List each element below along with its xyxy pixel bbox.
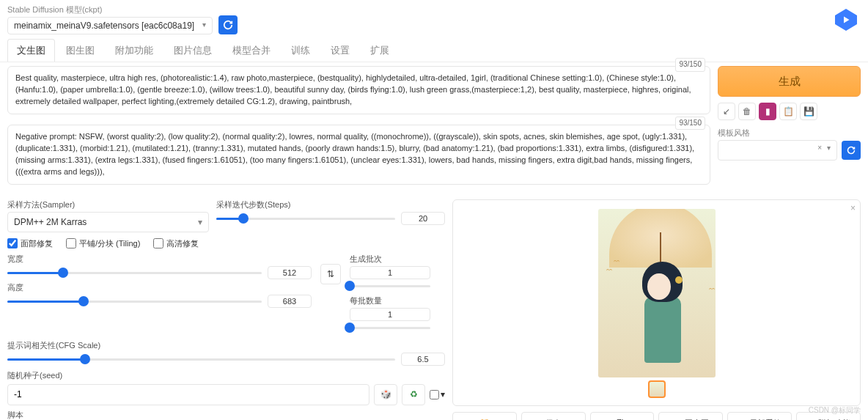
- trash-icon[interactable]: 🗑: [738, 103, 756, 120]
- style-select[interactable]: ×: [718, 140, 837, 161]
- save-icon[interactable]: 💾: [800, 103, 817, 120]
- main-tabs: 文生图 图生图 附加功能 图片信息 模型合并 训练 设置 扩展: [0, 39, 868, 62]
- height-label: 高度: [7, 282, 312, 293]
- width-value[interactable]: 512: [268, 266, 312, 279]
- batch-size-slider[interactable]: [350, 321, 430, 334]
- face-restore-check[interactable]: 面部修复: [7, 238, 53, 249]
- cfg-slider[interactable]: [7, 353, 395, 366]
- save-button[interactable]: 保存: [521, 412, 586, 420]
- steps-slider[interactable]: [216, 212, 395, 225]
- seed-label: 随机种子(seed): [7, 370, 445, 381]
- batch-count-value[interactable]: 1: [350, 266, 430, 279]
- zip-button[interactable]: Zip: [590, 412, 655, 420]
- styles-icon[interactable]: ▮: [759, 103, 776, 120]
- refresh-style-icon[interactable]: [842, 141, 861, 160]
- steps-label: 采样迭代步数(Steps): [216, 199, 445, 210]
- generate-button[interactable]: 生成: [718, 66, 861, 97]
- tab-img2img[interactable]: 图生图: [56, 39, 104, 62]
- app-logo: [831, 5, 861, 34]
- steps-value[interactable]: 20: [401, 212, 445, 225]
- sampler-label: 采样方法(Sampler): [7, 199, 209, 210]
- close-icon[interactable]: ×: [850, 203, 856, 213]
- tab-txt2img[interactable]: 文生图: [7, 39, 55, 62]
- batch-count-slider[interactable]: [350, 279, 430, 292]
- script-label: 脚本: [7, 410, 445, 420]
- neg-prompt-input[interactable]: 93/150 Negative prompt: NSFW, (worst qua…: [7, 125, 710, 185]
- model-label: Stable Diffusion 模型(ckpt): [7, 4, 213, 15]
- dice-icon[interactable]: 🎲: [374, 384, 397, 405]
- model-select[interactable]: meinamix_meinaV9.safetensors [eac6c08a19…: [7, 17, 213, 34]
- clear-style-icon[interactable]: ×: [817, 144, 822, 152]
- width-slider[interactable]: [7, 266, 262, 279]
- tab-extras[interactable]: 附加功能: [106, 39, 163, 62]
- refresh-model-icon[interactable]: [218, 15, 238, 34]
- seed-extra-check[interactable]: ▾: [430, 384, 445, 405]
- open-folder-button[interactable]: 📁: [452, 412, 517, 420]
- neg-prompt-counter: 93/150: [675, 117, 705, 130]
- batch-size-label: 每批数量: [350, 295, 445, 306]
- prompt-input[interactable]: 93/150 Best quality, masterpiece, ultra …: [7, 66, 710, 114]
- cfg-value[interactable]: 6.5: [401, 353, 445, 366]
- tab-pnginfo[interactable]: 图片信息: [164, 39, 221, 62]
- tiling-check[interactable]: 平铺/分块 (Tiling): [66, 238, 140, 249]
- recycle-icon[interactable]: ♻: [402, 384, 425, 405]
- height-slider[interactable]: [7, 295, 262, 308]
- result-image[interactable]: [598, 209, 716, 377]
- send-inpaint-button[interactable]: >> 局部重绘: [727, 412, 792, 420]
- tab-merge[interactable]: 模型合并: [223, 39, 280, 62]
- watermark: CSDN @标同学: [809, 405, 861, 416]
- arrow-icon[interactable]: ↙: [718, 103, 735, 120]
- tab-train[interactable]: 训练: [282, 39, 320, 62]
- sampler-select[interactable]: DPM++ 2M Karras: [7, 212, 209, 232]
- seed-input[interactable]: [7, 384, 369, 405]
- tab-settings[interactable]: 设置: [321, 39, 359, 62]
- style-label: 模板风格: [718, 128, 861, 139]
- height-value[interactable]: 683: [268, 295, 312, 308]
- clipboard-icon[interactable]: 📋: [779, 103, 797, 120]
- width-label: 宽度: [7, 254, 312, 265]
- swap-dims-icon[interactable]: ⇅: [320, 264, 341, 284]
- tab-extensions[interactable]: 扩展: [361, 39, 399, 62]
- result-thumb[interactable]: [648, 380, 666, 398]
- batch-count-label: 生成批次: [350, 254, 445, 265]
- hires-check[interactable]: 高清修复: [153, 238, 199, 249]
- cfg-label: 提示词相关性(CFG Scale): [7, 340, 445, 351]
- result-panel: ×: [452, 199, 861, 406]
- batch-size-value[interactable]: 1: [350, 308, 430, 321]
- send-img2img-button[interactable]: >> 图生图: [658, 412, 723, 420]
- prompt-counter: 93/150: [675, 58, 705, 72]
